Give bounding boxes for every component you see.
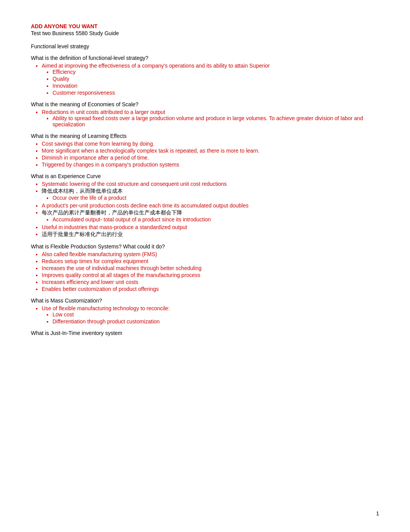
list-item: 降低成本结构，从而降低单位成本 Occur over the life of a… [42, 188, 379, 201]
list-item: Cost savings that come from learning by … [42, 141, 379, 147]
list-item: Reductions in unit costs attributed to a… [42, 109, 379, 127]
sub-item-text: Innovation [53, 83, 78, 89]
list-item-text: Reductions in unit costs attributed to a… [42, 109, 165, 115]
question-3: What is the meaning of Learning Effects [31, 133, 379, 139]
list-item: Differentiation through product customiz… [53, 318, 379, 325]
sub-item-text: Ability to spread fixed costs over a lar… [53, 115, 363, 127]
question-6: What is Mass Customization? [31, 297, 379, 304]
list-item-text: Triggered by changes in a company's prod… [42, 161, 179, 168]
sub-item-text: Efficiency [53, 69, 76, 75]
list-item: More significant when a technologically … [42, 148, 379, 154]
list-item-text: Cost savings that come from learning by … [42, 141, 154, 147]
list-1: Aimed at improving the effectiveness of … [42, 63, 379, 96]
list-item: Efficiency [53, 69, 379, 75]
section-jit: What is Just-In-Time inventory system [31, 330, 379, 336]
question-4: What is an Experience Curve [31, 173, 379, 179]
sub-list-4a: Occur over the life of a product [53, 195, 379, 201]
list-item-text-black: 降低成本结构，从而降低单位成本 [42, 188, 123, 194]
list-5: Also called flexible manufacturing syste… [42, 251, 379, 292]
list-item: Customer responsiveness [53, 90, 379, 96]
list-item-text: Use of flexible manufacturing technology… [42, 305, 170, 311]
list-item-text: Enables better customization of product … [42, 286, 159, 292]
sub-list-6: Low cost Differentiation through product… [53, 311, 379, 325]
section-economies: What is the meaning of Economies of Scal… [31, 101, 379, 127]
question-7: What is Just-In-Time inventory system [31, 330, 379, 336]
list-item-text: Diminish in importance after a period of… [42, 155, 149, 161]
list-item-text: Increases the use of individual machines… [42, 265, 202, 271]
sub-item-text: Low cost [53, 311, 74, 318]
list-item-text: Increases efficiency and lower unit cost… [42, 279, 138, 285]
subtitle: Test two Business 5580 Study Guide [31, 30, 379, 36]
list-6: Use of flexible manufacturing technology… [42, 305, 379, 325]
sub-list-1: Efficiency Quality Innovation Customer r… [53, 69, 379, 96]
list-item: Diminish in importance after a period of… [42, 155, 379, 161]
list-item-text: Reduces setup times for complex equipmen… [42, 258, 148, 264]
list-item-text: A product's per-unit production costs de… [42, 202, 249, 209]
list-item: 每次产品的累计产量翻番时，产品的单位生产成本都会下降 Accumulated o… [42, 209, 379, 223]
list-item: Improves quality control at all stages o… [42, 272, 379, 278]
list-item: Ability to spread fixed costs over a lar… [53, 115, 379, 127]
list-item: Occur over the life of a product [53, 195, 379, 201]
list-item: Low cost [53, 311, 379, 318]
list-item: Innovation [53, 83, 379, 89]
list-item: Systematic lowering of the cost structur… [42, 181, 379, 187]
sub-item-text: Quality [53, 76, 69, 82]
list-item-text-black: 适用于批量生产标准化产出的行业 [42, 231, 123, 237]
sub-item-text: Customer responsiveness [53, 90, 115, 96]
list-item-text: Systematic lowering of the cost structur… [42, 181, 227, 187]
section-experience-curve: What is an Experience Curve Systematic l… [31, 173, 379, 238]
sub-list-4b: Accumulated output- total output of a pr… [53, 216, 379, 223]
list-4: Systematic lowering of the cost structur… [42, 181, 379, 238]
list-item: Reduces setup times for complex equipmen… [42, 258, 379, 264]
sub-list-2: Ability to spread fixed costs over a lar… [53, 115, 379, 127]
list-item: A product's per-unit production costs de… [42, 202, 379, 209]
list-item: Enables better customization of product … [42, 286, 379, 292]
sub-item-text: Accumulated output- total output of a pr… [53, 216, 211, 223]
list-item-text: Aimed at improving the effectiveness of … [42, 63, 270, 69]
list-2: Reductions in unit costs attributed to a… [42, 109, 379, 127]
page-number: 1 [376, 510, 379, 517]
section-mass-customization: What is Mass Customization? Use of flexi… [31, 297, 379, 325]
list-item: Use of flexible manufacturing technology… [42, 305, 379, 325]
section-heading-1: Functional level strategy [31, 43, 379, 49]
list-item: Useful in industries that mass-produce a… [42, 224, 379, 230]
list-item: Accumulated output- total output of a pr… [53, 216, 379, 223]
list-item-text: Improves quality control at all stages o… [42, 272, 200, 278]
list-item-text: More significant when a technologically … [42, 148, 259, 154]
list-item: 适用于批量生产标准化产出的行业 [42, 231, 379, 238]
sub-item-text: Occur over the life of a product [53, 195, 126, 201]
list-item: Triggered by changes in a company's prod… [42, 161, 379, 168]
question-2: What is the meaning of Economies of Scal… [31, 101, 379, 107]
list-item: Also called flexible manufacturing syste… [42, 251, 379, 257]
list-item: Quality [53, 76, 379, 82]
list-item-text: Useful in industries that mass-produce a… [42, 224, 187, 230]
list-item: Increases the use of individual machines… [42, 265, 379, 271]
question-1: What is the definition of functional-lev… [31, 55, 379, 61]
section-functional-level: Functional level strategy What is the de… [31, 43, 379, 96]
list-3: Cost savings that come from learning by … [42, 141, 379, 168]
page-title: ADD ANYONE YOU WANT [31, 23, 379, 29]
list-item-text-black: 每次产品的累计产量翻番时，产品的单位生产成本都会下降 [42, 209, 182, 216]
section-learning: What is the meaning of Learning Effects … [31, 133, 379, 168]
list-item-text: Also called flexible manufacturing syste… [42, 251, 157, 257]
list-item: Aimed at improving the effectiveness of … [42, 63, 379, 96]
sub-item-text: Differentiation through product customiz… [53, 318, 160, 325]
list-item: Increases efficiency and lower unit cost… [42, 279, 379, 285]
question-5: What is Flexible Production Systems? Wha… [31, 243, 379, 250]
section-flexible-production: What is Flexible Production Systems? Wha… [31, 243, 379, 292]
